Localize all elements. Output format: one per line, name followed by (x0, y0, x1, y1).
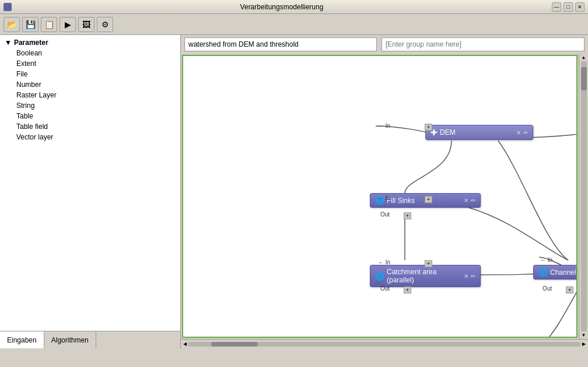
port-label-in-channel-network: ← In (540, 257, 552, 263)
left-panel: ▼ Parameter Boolean Extent File Number R… (0, 35, 181, 348)
tree-item-file[interactable]: File (14, 69, 178, 79)
tree-item-label-boolean: Boolean (16, 49, 42, 57)
tree-item-label-string: String (16, 102, 34, 110)
tree-item-extent[interactable]: Extent (14, 58, 178, 69)
channel-network-label: Channel network (550, 268, 578, 277)
tab-algorithms[interactable]: Algorithmen (44, 331, 96, 348)
canvas-inner: ✚ DEM ✕ ✏ 🌐 Fill Sinks ✕ ✏ 🌐 (181, 54, 588, 339)
open-button[interactable]: 📂 (4, 17, 20, 32)
tree-item-label-raster-layer: Raster Layer (16, 91, 57, 99)
port-add-fill-sinks-out[interactable]: + (404, 211, 411, 219)
scroll-thumb-horizontal[interactable] (211, 342, 258, 347)
port-add-fill-sinks-in[interactable]: + (425, 195, 432, 203)
port-add-catchment-in[interactable]: + (425, 259, 432, 267)
port-label-in-fill-sinks: ← In (378, 195, 390, 201)
tree-item-label-extent: Extent (16, 60, 36, 68)
titlebar-left (4, 3, 12, 11)
tree-children: Boolean Extent File Number Raster Layer … (2, 48, 178, 142)
tree-item-label-table: Table (16, 112, 33, 120)
port-add-channel-network-out[interactable]: + (566, 285, 573, 293)
parameter-tree: ▼ Parameter Boolean Extent File Number R… (0, 35, 180, 331)
catchment-globe-icon: 🌐 (375, 272, 384, 281)
tree-arrow-parameter: ▼ (5, 39, 12, 47)
main-area: ▼ Parameter Boolean Extent File Number R… (0, 35, 588, 348)
scroll-down-button[interactable]: ▼ (582, 333, 586, 338)
node-dem[interactable]: ✚ DEM ✕ ✏ (425, 125, 533, 140)
tree-item-table[interactable]: Table (14, 111, 178, 121)
tree-root-parameter[interactable]: ▼ Parameter (2, 37, 178, 48)
dem-edit-icon[interactable]: ✏ (523, 130, 528, 136)
vertical-scrollbar[interactable]: ▲ ▼ (579, 54, 588, 339)
settings-button[interactable]: ⚙ (97, 17, 113, 32)
window-title: Verarbeitungsmodellierung (12, 3, 552, 11)
channel-network-globe-icon: 🌐 (538, 268, 548, 277)
scroll-thumb-vertical[interactable] (581, 67, 587, 90)
horizontal-scrollbar[interactable]: ◀ ▶ (181, 339, 588, 348)
tree-item-boolean[interactable]: Boolean (14, 48, 178, 58)
catchment-edit-icon[interactable]: ✏ (471, 273, 475, 279)
save-as-button[interactable]: 📋 (41, 17, 57, 32)
window-controls[interactable]: — □ ✕ (552, 2, 584, 12)
tree-item-label-vector-layer: Vector layer (16, 133, 53, 141)
port-label-out-fill-sinks: Out (380, 211, 390, 218)
canvas-area: ✚ DEM ✕ ✏ 🌐 Fill Sinks ✕ ✏ 🌐 (181, 35, 588, 348)
port-label-in-dem: ← In (378, 123, 390, 129)
fill-sinks-close-icon[interactable]: ✕ (464, 197, 468, 204)
dem-close-icon[interactable]: ✕ (516, 130, 521, 136)
run-button[interactable]: ▶ (60, 17, 76, 32)
tree-item-table-field[interactable]: Table field (14, 121, 178, 132)
scroll-right-button[interactable]: ▶ (581, 341, 587, 347)
minimize-button[interactable]: — (552, 2, 561, 12)
port-add-catchment-out[interactable]: + (404, 285, 411, 293)
scroll-up-button[interactable]: ▲ (582, 55, 586, 60)
model-header (181, 35, 588, 54)
close-button[interactable]: ✕ (575, 2, 584, 12)
canvas[interactable]: ✚ DEM ✕ ✏ 🌐 Fill Sinks ✕ ✏ 🌐 (182, 55, 578, 338)
maximize-button[interactable]: □ (564, 2, 573, 12)
fill-sinks-edit-icon[interactable]: ✏ (471, 197, 475, 204)
catchment-label: Catchment area (parallel) (387, 268, 461, 284)
tree-item-label-file: File (16, 70, 27, 78)
port-add-dem[interactable]: + (425, 123, 432, 131)
model-name-input[interactable] (184, 37, 377, 51)
app-icon (4, 3, 12, 11)
scroll-left-button[interactable]: ◀ (182, 341, 188, 347)
tree-item-number[interactable]: Number (14, 79, 178, 90)
tab-algorithms-label: Algorithmen (51, 336, 89, 344)
fill-sinks-label: Fill Sinks (387, 197, 415, 205)
tab-inputs[interactable]: Eingaben (0, 331, 44, 348)
scroll-track-vertical (581, 61, 587, 331)
tree-item-label-number: Number (16, 81, 41, 89)
tab-inputs-label: Eingaben (7, 336, 37, 344)
titlebar: Verarbeitungsmodellierung — □ ✕ (0, 0, 588, 14)
scroll-track-horizontal (188, 342, 581, 347)
port-label-out-catchment: Out (380, 285, 390, 292)
tree-item-vector-layer[interactable]: Vector layer (14, 132, 178, 142)
model-group-input[interactable] (382, 37, 584, 51)
export-button[interactable]: 🖼 (78, 17, 94, 32)
tree-root-label: Parameter (14, 39, 48, 47)
canvas-wrapper: ✚ DEM ✕ ✏ 🌐 Fill Sinks ✕ ✏ 🌐 (181, 54, 588, 348)
tree-item-raster-layer[interactable]: Raster Layer (14, 90, 178, 100)
toolbar: 📂 💾 📋 ▶ 🖼 ⚙ (0, 14, 588, 35)
port-label-out-channel-network: Out (542, 285, 552, 292)
tree-item-string[interactable]: String (14, 100, 178, 111)
port-label-in-catchment: ← In (378, 259, 390, 265)
save-button[interactable]: 💾 (22, 17, 38, 32)
node-channel-network[interactable]: 🌐 Channel network ✕ ✏ (533, 265, 578, 279)
dem-label: DEM (440, 128, 456, 137)
tree-item-label-table-field: Table field (16, 123, 48, 131)
catchment-close-icon[interactable]: ✕ (464, 273, 468, 279)
node-catchment[interactable]: 🌐 Catchment area (parallel) ✕ ✏ (370, 265, 481, 287)
tab-bar: Eingaben Algorithmen (0, 331, 180, 348)
